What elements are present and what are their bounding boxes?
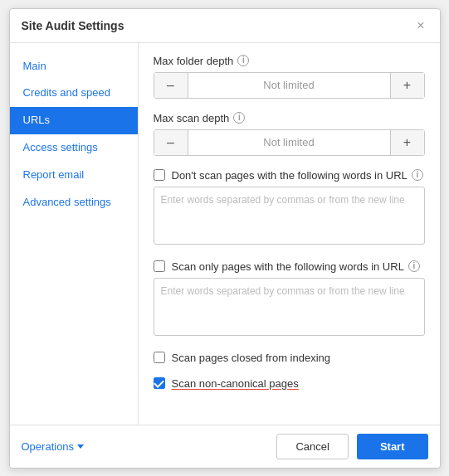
close-button[interactable]: × — [413, 17, 427, 34]
max-folder-depth-section: Max folder depth i – Not limited + — [154, 55, 425, 99]
max-scan-depth-plus-button[interactable]: + — [391, 130, 424, 155]
max-scan-depth-section: Max scan depth i – Not limited + — [154, 112, 425, 156]
max-scan-depth-label: Max scan depth i — [154, 112, 425, 124]
scan-closed-label: Scan pages closed from indexing — [172, 352, 331, 364]
max-scan-depth-minus-button[interactable]: – — [154, 130, 188, 155]
dont-scan-textarea[interactable] — [154, 187, 425, 245]
operations-button[interactable]: Operations — [22, 440, 85, 453]
max-folder-depth-minus-button[interactable]: – — [154, 73, 188, 98]
dialog-footer: Operations Cancel Start — [10, 425, 440, 468]
sidebar-item-access-settings[interactable]: Access settings — [10, 134, 138, 162]
dont-scan-checkbox[interactable] — [154, 169, 165, 181]
max-scan-depth-value: Not limited — [188, 130, 391, 155]
scan-noncanonical-row: Scan non-canonical pages — [154, 377, 425, 390]
dont-scan-section: Don't scan pages with the following word… — [154, 169, 425, 247]
scan-closed-checkbox[interactable] — [154, 352, 165, 363]
operations-chevron-icon — [77, 444, 84, 449]
dialog-title-area: Site Audit Settings — [22, 19, 131, 32]
scan-noncanonical-section: Scan non-canonical pages — [154, 377, 425, 390]
scan-only-section: Scan only pages with the following words… — [154, 260, 425, 338]
dialog-header: Site Audit Settings × — [10, 9, 440, 43]
scan-closed-section: Scan pages closed from indexing — [154, 352, 425, 364]
scan-only-info-icon[interactable]: i — [408, 260, 420, 272]
scan-only-row: Scan only pages with the following words… — [154, 260, 425, 273]
dialog-body: Main Credits and speed URLs Access setti… — [10, 43, 440, 425]
scan-noncanonical-label: Scan non-canonical pages — [172, 377, 299, 390]
max-folder-depth-value: Not limited — [188, 73, 391, 98]
scan-noncanonical-checkbox[interactable] — [154, 377, 165, 389]
scan-only-label: Scan only pages with the following words… — [172, 260, 420, 273]
sidebar-item-main[interactable]: Main — [10, 53, 138, 80]
max-scan-depth-info-icon[interactable]: i — [233, 112, 245, 124]
footer-actions: Cancel Start — [276, 434, 427, 459]
dialog-title: Site Audit Settings — [22, 19, 124, 32]
max-folder-depth-stepper: – Not limited + — [154, 72, 425, 99]
start-button[interactable]: Start — [357, 434, 428, 459]
sidebar-item-credits-and-speed[interactable]: Credits and speed — [10, 80, 138, 107]
dont-scan-label: Don't scan pages with the following word… — [172, 169, 423, 182]
content-area: Max folder depth i – Not limited + Max s… — [139, 43, 440, 425]
site-audit-settings-dialog: Site Audit Settings × Main Credits and s… — [9, 8, 441, 469]
max-folder-depth-label: Max folder depth i — [154, 55, 425, 67]
sidebar: Main Credits and speed URLs Access setti… — [10, 43, 139, 425]
max-scan-depth-stepper: – Not limited + — [154, 129, 425, 156]
sidebar-item-advanced-settings[interactable]: Advanced settings — [10, 189, 138, 216]
max-folder-depth-plus-button[interactable]: + — [391, 73, 424, 98]
scan-only-checkbox[interactable] — [154, 260, 165, 272]
max-folder-depth-info-icon[interactable]: i — [237, 55, 249, 66]
cancel-button[interactable]: Cancel — [276, 434, 348, 459]
scan-only-textarea[interactable] — [154, 278, 425, 336]
scan-closed-row: Scan pages closed from indexing — [154, 352, 425, 364]
sidebar-item-report-email[interactable]: Report email — [10, 162, 138, 189]
dont-scan-row: Don't scan pages with the following word… — [154, 169, 425, 182]
sidebar-item-urls[interactable]: URLs — [10, 107, 138, 134]
dont-scan-info-icon[interactable]: i — [412, 169, 423, 181]
